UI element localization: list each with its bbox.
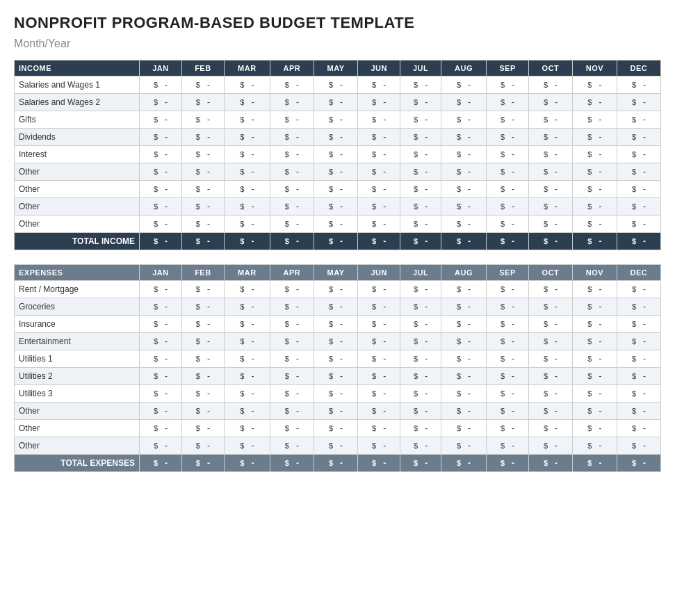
expenses-cell[interactable]: $ -: [358, 420, 400, 437]
income-cell[interactable]: $ -: [400, 181, 441, 198]
expenses-cell[interactable]: $ -: [487, 385, 529, 403]
income-cell[interactable]: $ -: [270, 94, 314, 111]
expenses-cell[interactable]: $ -: [358, 368, 400, 385]
expenses-cell[interactable]: $ -: [617, 385, 660, 403]
expenses-cell[interactable]: $ -: [270, 298, 314, 316]
expenses-cell[interactable]: $ -: [441, 437, 487, 455]
income-cell[interactable]: $ -: [140, 94, 182, 111]
income-cell[interactable]: $ -: [224, 181, 270, 198]
income-cell[interactable]: $ -: [617, 129, 660, 146]
income-cell[interactable]: $ -: [617, 111, 660, 129]
income-cell[interactable]: $ -: [181, 76, 224, 94]
income-cell[interactable]: $ -: [441, 111, 487, 129]
expenses-cell[interactable]: $ -: [572, 350, 617, 368]
expenses-cell[interactable]: $ -: [487, 298, 529, 316]
income-cell[interactable]: $ -: [181, 181, 224, 198]
income-cell[interactable]: $ -: [358, 111, 400, 129]
expenses-cell[interactable]: $ -: [528, 420, 572, 437]
expenses-cell[interactable]: $ -: [441, 403, 487, 420]
expenses-cell[interactable]: $ -: [572, 316, 617, 333]
expenses-cell[interactable]: $ -: [181, 420, 224, 437]
income-cell[interactable]: $ -: [528, 216, 572, 233]
expenses-cell[interactable]: $ -: [528, 316, 572, 333]
expenses-cell[interactable]: $ -: [487, 333, 529, 350]
expenses-cell[interactable]: $ -: [181, 403, 224, 420]
income-cell[interactable]: $ -: [487, 181, 529, 198]
income-cell[interactable]: $ -: [358, 76, 400, 94]
income-cell[interactable]: $ -: [441, 163, 487, 181]
expenses-cell[interactable]: $ -: [181, 437, 224, 455]
expenses-cell[interactable]: $ -: [224, 350, 270, 368]
income-cell[interactable]: $ -: [140, 181, 182, 198]
expenses-cell[interactable]: $ -: [181, 385, 224, 403]
income-cell[interactable]: $ -: [181, 111, 224, 129]
income-cell[interactable]: $ -: [572, 76, 617, 94]
income-cell[interactable]: $ -: [314, 216, 357, 233]
expenses-cell[interactable]: $ -: [224, 298, 270, 316]
expenses-cell[interactable]: $ -: [400, 333, 441, 350]
income-cell[interactable]: $ -: [617, 198, 660, 216]
expenses-cell[interactable]: $ -: [314, 316, 357, 333]
expenses-cell[interactable]: $ -: [270, 316, 314, 333]
expenses-cell[interactable]: $ -: [181, 350, 224, 368]
income-cell[interactable]: $ -: [441, 94, 487, 111]
expenses-cell[interactable]: $ -: [441, 333, 487, 350]
income-cell[interactable]: $ -: [224, 76, 270, 94]
income-cell[interactable]: $ -: [572, 111, 617, 129]
income-cell[interactable]: $ -: [528, 111, 572, 129]
income-cell[interactable]: $ -: [270, 216, 314, 233]
expenses-cell[interactable]: $ -: [617, 281, 660, 298]
income-cell[interactable]: $ -: [314, 163, 357, 181]
income-cell[interactable]: $ -: [270, 198, 314, 216]
expenses-cell[interactable]: $ -: [441, 316, 487, 333]
income-cell[interactable]: $ -: [528, 163, 572, 181]
income-cell[interactable]: $ -: [140, 111, 182, 129]
expenses-cell[interactable]: $ -: [528, 437, 572, 455]
income-cell[interactable]: $ -: [617, 163, 660, 181]
expenses-cell[interactable]: $ -: [487, 368, 529, 385]
income-cell[interactable]: $ -: [358, 216, 400, 233]
income-cell[interactable]: $ -: [314, 198, 357, 216]
expenses-cell[interactable]: $ -: [358, 350, 400, 368]
income-cell[interactable]: $ -: [358, 94, 400, 111]
income-cell[interactable]: $ -: [224, 163, 270, 181]
income-cell[interactable]: $ -: [617, 146, 660, 163]
expenses-cell[interactable]: $ -: [617, 298, 660, 316]
income-cell[interactable]: $ -: [140, 216, 182, 233]
income-cell[interactable]: $ -: [572, 163, 617, 181]
income-cell[interactable]: $ -: [441, 216, 487, 233]
income-cell[interactable]: $ -: [528, 146, 572, 163]
income-cell[interactable]: $ -: [140, 76, 182, 94]
expenses-cell[interactable]: $ -: [270, 281, 314, 298]
expenses-cell[interactable]: $ -: [314, 385, 357, 403]
expenses-cell[interactable]: $ -: [441, 350, 487, 368]
income-cell[interactable]: $ -: [224, 198, 270, 216]
expenses-cell[interactable]: $ -: [314, 403, 357, 420]
income-cell[interactable]: $ -: [487, 111, 529, 129]
expenses-cell[interactable]: $ -: [270, 437, 314, 455]
income-cell[interactable]: $ -: [224, 146, 270, 163]
expenses-cell[interactable]: $ -: [140, 350, 182, 368]
income-cell[interactable]: $ -: [358, 129, 400, 146]
income-cell[interactable]: $ -: [400, 111, 441, 129]
income-cell[interactable]: $ -: [528, 181, 572, 198]
expenses-cell[interactable]: $ -: [528, 333, 572, 350]
expenses-cell[interactable]: $ -: [270, 333, 314, 350]
expenses-cell[interactable]: $ -: [572, 420, 617, 437]
expenses-cell[interactable]: $ -: [314, 298, 357, 316]
income-cell[interactable]: $ -: [140, 163, 182, 181]
expenses-cell[interactable]: $ -: [358, 437, 400, 455]
income-cell[interactable]: $ -: [224, 94, 270, 111]
income-cell[interactable]: $ -: [617, 76, 660, 94]
expenses-cell[interactable]: $ -: [400, 281, 441, 298]
expenses-cell[interactable]: $ -: [181, 368, 224, 385]
income-cell[interactable]: $ -: [528, 94, 572, 111]
expenses-cell[interactable]: $ -: [181, 281, 224, 298]
expenses-cell[interactable]: $ -: [617, 316, 660, 333]
income-cell[interactable]: $ -: [441, 181, 487, 198]
income-cell[interactable]: $ -: [314, 146, 357, 163]
expenses-cell[interactable]: $ -: [400, 437, 441, 455]
income-cell[interactable]: $ -: [314, 94, 357, 111]
income-cell[interactable]: $ -: [528, 198, 572, 216]
expenses-cell[interactable]: $ -: [528, 350, 572, 368]
